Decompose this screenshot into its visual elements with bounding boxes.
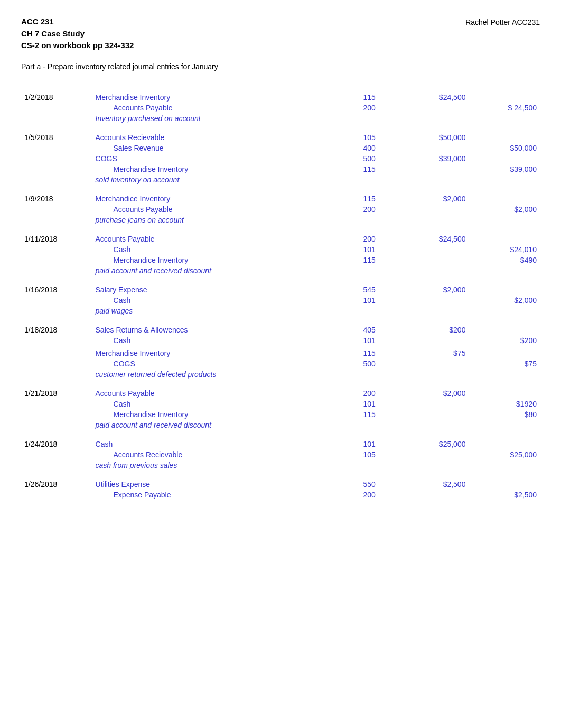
account-name: COGS <box>92 358 341 369</box>
debit-amount: $2,500 <box>398 479 469 490</box>
credit-amount <box>469 460 540 471</box>
account-number: 101 <box>341 399 398 409</box>
debit-amount <box>398 399 469 409</box>
account-name: Merchandice Inventory <box>92 255 341 265</box>
table-row: 1/16/2018Salary Expense545$2,000 <box>21 284 540 295</box>
account-name: Cash <box>92 399 341 409</box>
account-number: 115 <box>341 164 398 174</box>
credit-amount: $1920 <box>469 399 540 409</box>
entry-date <box>21 335 92 346</box>
account-name: Cash <box>92 295 341 306</box>
table-row: Merchandise Inventory115$75 <box>21 348 540 358</box>
account-number <box>341 265 398 276</box>
credit-amount: $200 <box>469 335 540 346</box>
credit-amount <box>469 388 540 399</box>
entry-date <box>21 460 92 471</box>
entry-date <box>21 244 92 255</box>
credit-amount <box>469 325 540 335</box>
spacer-row <box>21 500 540 509</box>
account-number: 500 <box>341 153 398 164</box>
account-name: Accounts Payable <box>92 204 341 215</box>
chapter-title: CH 7 Case Study <box>21 28 134 40</box>
assignment-title: CS-2 on workbook pp 324-332 <box>21 40 134 52</box>
table-row: paid account and received discount <box>21 265 540 276</box>
account-number <box>341 306 398 316</box>
entry-date <box>21 204 92 215</box>
credit-amount <box>469 369 540 380</box>
entry-date <box>21 153 92 164</box>
credit-amount <box>469 439 540 449</box>
spacer-row <box>21 430 540 439</box>
debit-amount <box>398 174 469 185</box>
entry-date: 1/26/2018 <box>21 479 92 490</box>
debit-amount <box>398 369 469 380</box>
table-row: Merchandise Inventory115$39,000 <box>21 164 540 174</box>
entry-date <box>21 295 92 306</box>
credit-amount <box>469 92 540 103</box>
entry-date <box>21 490 92 500</box>
table-row: Merchandise Inventory115$80 <box>21 409 540 420</box>
account-number <box>341 460 398 471</box>
entry-date <box>21 164 92 174</box>
entry-date <box>21 369 92 380</box>
debit-amount <box>398 295 469 306</box>
account-name: Accounts Recievable <box>92 132 341 143</box>
debit-amount <box>398 143 469 153</box>
account-number <box>341 215 398 225</box>
credit-amount: $2,000 <box>469 204 540 215</box>
credit-amount <box>469 306 540 316</box>
table-row: sold inventory on account <box>21 174 540 185</box>
table-row: cash from previous sales <box>21 460 540 471</box>
account-number <box>341 420 398 430</box>
account-number: 200 <box>341 234 398 244</box>
account-name: Accounts Payable <box>92 388 341 399</box>
account-name: Merchandise Inventory <box>92 348 341 358</box>
table-row: 1/18/2018Sales Returns & Allowences405$2… <box>21 325 540 335</box>
credit-amount <box>469 174 540 185</box>
table-row: 1/9/2018Merchandice Inventory115$2,000 <box>21 193 540 204</box>
credit-amount <box>469 348 540 358</box>
account-number: 101 <box>341 335 398 346</box>
debit-amount <box>398 460 469 471</box>
account-name: Merchandise Inventory <box>92 164 341 174</box>
account-number: 200 <box>341 204 398 215</box>
table-row: Cash101$24,010 <box>21 244 540 255</box>
account-number: 115 <box>341 409 398 420</box>
credit-amount: $24,010 <box>469 244 540 255</box>
entry-date <box>21 113 92 124</box>
table-row: 1/21/2018Accounts Payable200$2,000 <box>21 388 540 399</box>
account-number: 200 <box>341 103 398 113</box>
debit-amount <box>398 265 469 276</box>
debit-amount <box>398 164 469 174</box>
part-a-label: Part a - Prepare inventory related journ… <box>21 62 540 71</box>
debit-amount: $200 <box>398 325 469 335</box>
debit-amount: $39,000 <box>398 153 469 164</box>
account-name: Utilities Expense <box>92 479 341 490</box>
account-number: 115 <box>341 255 398 265</box>
entry-date <box>21 215 92 225</box>
credit-amount: $75 <box>469 358 540 369</box>
entry-date: 1/16/2018 <box>21 284 92 295</box>
entry-date: 1/24/2018 <box>21 439 92 449</box>
table-row: Cash101$1920 <box>21 399 540 409</box>
table-row: paid account and received discount <box>21 420 540 430</box>
account-number: 550 <box>341 479 398 490</box>
course-code: ACC 231 <box>21 16 134 28</box>
debit-amount <box>398 490 469 500</box>
account-name: paid account and received discount <box>92 265 341 276</box>
credit-amount <box>469 234 540 244</box>
table-row: Sales Revenue400$50,000 <box>21 143 540 153</box>
debit-amount: $24,500 <box>398 92 469 103</box>
account-number: 115 <box>341 348 398 358</box>
account-name: Merchandice Inventory <box>92 193 341 204</box>
table-row: Accounts Payable200$2,000 <box>21 204 540 215</box>
spacer-row <box>21 185 540 193</box>
account-name: Sales Revenue <box>92 143 341 153</box>
table-row: Accounts Recievable105$25,000 <box>21 449 540 460</box>
entry-date: 1/21/2018 <box>21 388 92 399</box>
journal-table: 1/2/2018Merchandise Inventory115$24,500A… <box>21 92 540 509</box>
table-row: paid wages <box>21 306 540 316</box>
entry-date: 1/9/2018 <box>21 193 92 204</box>
debit-amount <box>398 449 469 460</box>
account-name: paid wages <box>92 306 341 316</box>
